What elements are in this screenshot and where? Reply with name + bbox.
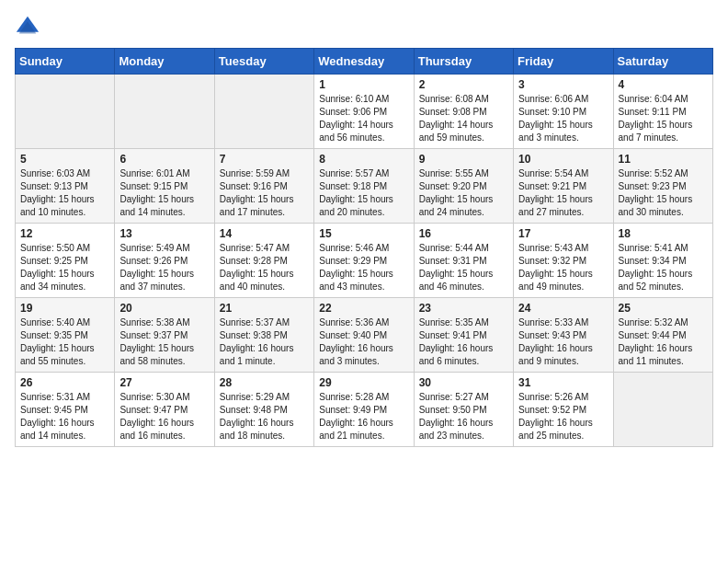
day-detail: Sunrise: 5:50 AM Sunset: 9:25 PM Dayligh… xyxy=(20,242,109,293)
calendar-cell: 16Sunrise: 5:44 AM Sunset: 9:31 PM Dayli… xyxy=(414,224,513,298)
calendar-cell: 15Sunrise: 5:46 AM Sunset: 9:29 PM Dayli… xyxy=(314,224,414,298)
calendar-cell: 19Sunrise: 5:40 AM Sunset: 9:35 PM Dayli… xyxy=(16,298,115,373)
day-number: 15 xyxy=(319,227,408,240)
page-header xyxy=(15,15,713,40)
weekday-header-saturday: Saturday xyxy=(613,49,712,75)
day-number: 26 xyxy=(20,376,109,389)
day-number: 1 xyxy=(319,78,408,91)
calendar-cell: 3Sunrise: 6:06 AM Sunset: 9:10 PM Daylig… xyxy=(514,75,613,149)
day-detail: Sunrise: 5:38 AM Sunset: 9:37 PM Dayligh… xyxy=(119,316,209,368)
day-detail: Sunrise: 5:31 AM Sunset: 9:45 PM Dayligh… xyxy=(20,391,109,442)
calendar-cell: 26Sunrise: 5:31 AM Sunset: 9:45 PM Dayli… xyxy=(16,373,115,447)
weekday-header-row: SundayMondayTuesdayWednesdayThursdayFrid… xyxy=(16,49,713,75)
calendar-cell: 25Sunrise: 5:32 AM Sunset: 9:44 PM Dayli… xyxy=(613,298,712,373)
calendar-cell: 24Sunrise: 5:33 AM Sunset: 9:43 PM Dayli… xyxy=(514,298,613,373)
day-detail: Sunrise: 5:28 AM Sunset: 9:49 PM Dayligh… xyxy=(319,391,408,442)
calendar-cell: 30Sunrise: 5:27 AM Sunset: 9:50 PM Dayli… xyxy=(414,373,513,447)
day-detail: Sunrise: 5:32 AM Sunset: 9:44 PM Dayligh… xyxy=(619,316,708,368)
calendar-cell: 5Sunrise: 6:03 AM Sunset: 9:13 PM Daylig… xyxy=(16,149,115,224)
weekday-header-sunday: Sunday xyxy=(16,49,115,75)
day-detail: Sunrise: 5:26 AM Sunset: 9:52 PM Dayligh… xyxy=(518,391,608,442)
day-detail: Sunrise: 5:55 AM Sunset: 9:20 PM Dayligh… xyxy=(419,167,508,219)
day-number: 29 xyxy=(319,376,408,389)
week-row-3: 12Sunrise: 5:50 AM Sunset: 9:25 PM Dayli… xyxy=(16,224,713,298)
day-detail: Sunrise: 5:43 AM Sunset: 9:32 PM Dayligh… xyxy=(518,242,608,293)
week-row-1: 1Sunrise: 6:10 AM Sunset: 9:06 PM Daylig… xyxy=(16,75,713,149)
day-number: 23 xyxy=(419,302,508,315)
calendar-cell: 12Sunrise: 5:50 AM Sunset: 9:25 PM Dayli… xyxy=(16,224,115,298)
day-number: 18 xyxy=(619,227,708,240)
calendar-cell: 11Sunrise: 5:52 AM Sunset: 9:23 PM Dayli… xyxy=(613,149,712,224)
day-detail: Sunrise: 5:41 AM Sunset: 9:34 PM Dayligh… xyxy=(619,242,708,293)
week-row-2: 5Sunrise: 6:03 AM Sunset: 9:13 PM Daylig… xyxy=(16,149,713,224)
day-number: 22 xyxy=(319,302,408,315)
day-number: 16 xyxy=(419,227,508,240)
day-number: 9 xyxy=(419,153,508,166)
day-number: 6 xyxy=(119,153,209,166)
day-detail: Sunrise: 5:47 AM Sunset: 9:28 PM Dayligh… xyxy=(220,242,309,293)
day-detail: Sunrise: 5:35 AM Sunset: 9:41 PM Dayligh… xyxy=(419,316,508,368)
calendar-cell: 17Sunrise: 5:43 AM Sunset: 9:32 PM Dayli… xyxy=(514,224,613,298)
day-number: 24 xyxy=(518,302,608,315)
day-number: 20 xyxy=(119,302,209,315)
calendar-cell: 1Sunrise: 6:10 AM Sunset: 9:06 PM Daylig… xyxy=(314,75,414,149)
calendar-cell: 8Sunrise: 5:57 AM Sunset: 9:18 PM Daylig… xyxy=(314,149,414,224)
calendar-cell xyxy=(16,75,115,149)
day-number: 19 xyxy=(20,302,109,315)
day-detail: Sunrise: 6:10 AM Sunset: 9:06 PM Dayligh… xyxy=(319,93,408,144)
day-detail: Sunrise: 5:36 AM Sunset: 9:40 PM Dayligh… xyxy=(319,316,408,368)
week-row-4: 19Sunrise: 5:40 AM Sunset: 9:35 PM Dayli… xyxy=(16,298,713,373)
day-number: 27 xyxy=(119,376,209,389)
day-number: 8 xyxy=(319,153,408,166)
calendar-cell: 21Sunrise: 5:37 AM Sunset: 9:38 PM Dayli… xyxy=(214,298,313,373)
day-detail: Sunrise: 5:37 AM Sunset: 9:38 PM Dayligh… xyxy=(220,316,309,368)
day-detail: Sunrise: 5:57 AM Sunset: 9:18 PM Dayligh… xyxy=(319,167,408,219)
day-number: 7 xyxy=(220,153,309,166)
day-number: 4 xyxy=(619,78,708,91)
week-row-5: 26Sunrise: 5:31 AM Sunset: 9:45 PM Dayli… xyxy=(16,373,713,447)
day-number: 21 xyxy=(220,302,309,315)
day-detail: Sunrise: 5:49 AM Sunset: 9:26 PM Dayligh… xyxy=(119,242,209,293)
day-number: 28 xyxy=(220,376,309,389)
calendar-cell: 2Sunrise: 6:08 AM Sunset: 9:08 PM Daylig… xyxy=(414,75,513,149)
calendar-cell: 27Sunrise: 5:30 AM Sunset: 9:47 PM Dayli… xyxy=(115,373,214,447)
calendar-cell: 14Sunrise: 5:47 AM Sunset: 9:28 PM Dayli… xyxy=(214,224,313,298)
day-detail: Sunrise: 5:27 AM Sunset: 9:50 PM Dayligh… xyxy=(419,391,508,442)
calendar-cell: 29Sunrise: 5:28 AM Sunset: 9:49 PM Dayli… xyxy=(314,373,414,447)
calendar-cell: 10Sunrise: 5:54 AM Sunset: 9:21 PM Dayli… xyxy=(514,149,613,224)
calendar-cell xyxy=(613,373,712,447)
day-number: 11 xyxy=(619,153,708,166)
calendar-cell xyxy=(214,75,313,149)
day-detail: Sunrise: 5:52 AM Sunset: 9:23 PM Dayligh… xyxy=(619,167,708,219)
day-detail: Sunrise: 6:06 AM Sunset: 9:10 PM Dayligh… xyxy=(518,93,608,144)
weekday-header-tuesday: Tuesday xyxy=(214,49,313,75)
calendar-cell: 13Sunrise: 5:49 AM Sunset: 9:26 PM Dayli… xyxy=(115,224,214,298)
day-detail: Sunrise: 6:04 AM Sunset: 9:11 PM Dayligh… xyxy=(619,93,708,144)
calendar-cell: 4Sunrise: 6:04 AM Sunset: 9:11 PM Daylig… xyxy=(613,75,712,149)
day-detail: Sunrise: 6:08 AM Sunset: 9:08 PM Dayligh… xyxy=(419,93,508,144)
calendar-cell: 22Sunrise: 5:36 AM Sunset: 9:40 PM Dayli… xyxy=(314,298,414,373)
weekday-header-monday: Monday xyxy=(115,49,214,75)
calendar-cell: 6Sunrise: 6:01 AM Sunset: 9:15 PM Daylig… xyxy=(115,149,214,224)
calendar-cell xyxy=(115,75,214,149)
day-detail: Sunrise: 5:33 AM Sunset: 9:43 PM Dayligh… xyxy=(518,316,608,368)
day-number: 12 xyxy=(20,227,109,240)
day-detail: Sunrise: 5:29 AM Sunset: 9:48 PM Dayligh… xyxy=(220,391,309,442)
day-detail: Sunrise: 6:03 AM Sunset: 9:13 PM Dayligh… xyxy=(20,167,109,219)
weekday-header-thursday: Thursday xyxy=(414,49,513,75)
day-number: 2 xyxy=(419,78,508,91)
day-number: 30 xyxy=(419,376,508,389)
day-detail: Sunrise: 5:40 AM Sunset: 9:35 PM Dayligh… xyxy=(20,316,109,368)
day-number: 31 xyxy=(518,376,608,389)
day-number: 10 xyxy=(518,153,608,166)
calendar-cell: 28Sunrise: 5:29 AM Sunset: 9:48 PM Dayli… xyxy=(214,373,313,447)
calendar-cell: 18Sunrise: 5:41 AM Sunset: 9:34 PM Dayli… xyxy=(613,224,712,298)
day-number: 25 xyxy=(619,302,708,315)
calendar-cell: 20Sunrise: 5:38 AM Sunset: 9:37 PM Dayli… xyxy=(115,298,214,373)
logo xyxy=(15,15,44,40)
calendar-cell: 31Sunrise: 5:26 AM Sunset: 9:52 PM Dayli… xyxy=(514,373,613,447)
weekday-header-friday: Friday xyxy=(514,49,613,75)
day-detail: Sunrise: 5:30 AM Sunset: 9:47 PM Dayligh… xyxy=(119,391,209,442)
calendar-cell: 9Sunrise: 5:55 AM Sunset: 9:20 PM Daylig… xyxy=(414,149,513,224)
day-detail: Sunrise: 6:01 AM Sunset: 9:15 PM Dayligh… xyxy=(119,167,209,219)
